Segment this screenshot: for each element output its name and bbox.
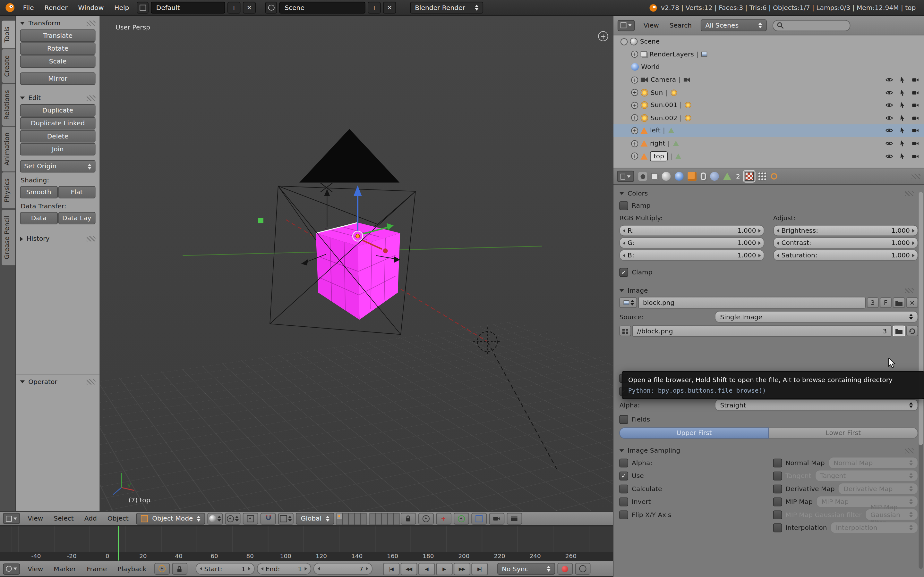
snap-element-dropdown[interactable] xyxy=(278,513,294,524)
panel-header-image[interactable]: Image xyxy=(619,283,918,296)
toolshelf-tab[interactable]: Animation xyxy=(2,127,15,171)
empty-object[interactable] xyxy=(473,327,501,356)
object-name[interactable]: Sun.001 xyxy=(651,101,677,109)
layer-toggle[interactable] xyxy=(336,513,342,519)
number-slider[interactable]: R: 1.000 xyxy=(619,225,764,236)
clamp-checkbox[interactable] xyxy=(619,268,628,277)
image-browse-dropdown[interactable] xyxy=(619,298,637,308)
source-dropdown[interactable]: Single Image xyxy=(715,311,918,323)
layer-toggle[interactable] xyxy=(360,519,366,525)
expand-icon[interactable] xyxy=(631,140,638,147)
alpha-mode-dropdown[interactable]: Straight xyxy=(715,399,918,411)
number-slider[interactable]: G: 1.000 xyxy=(619,237,764,248)
layer-toggle[interactable] xyxy=(381,513,388,519)
properties-editor-selector[interactable] xyxy=(617,171,634,182)
renderability-camera-icon[interactable] xyxy=(911,127,919,135)
panel-header-transform[interactable]: Transform xyxy=(16,16,100,29)
viewport-menu-item[interactable]: Object xyxy=(102,514,134,522)
panel-header-operator[interactable]: Operator xyxy=(16,374,100,387)
properties-tab[interactable] xyxy=(744,171,755,182)
keying-set-button[interactable] xyxy=(575,563,590,575)
pack-image-button[interactable] xyxy=(619,326,631,336)
timeline-editor-selector[interactable] xyxy=(3,563,20,574)
viewport-menu-item[interactable]: Select xyxy=(48,514,79,522)
delete-layout-button[interactable]: ✕ xyxy=(243,2,256,14)
lower-first-button[interactable]: Lower First xyxy=(769,427,918,438)
panel-header-history[interactable]: History xyxy=(16,231,100,244)
edit-tool-button[interactable]: Duplicate xyxy=(20,104,95,117)
checkbox[interactable] xyxy=(619,510,628,519)
layer-toggle[interactable] xyxy=(348,519,355,525)
transport-button[interactable]: ◀◀ xyxy=(401,562,417,575)
object-name[interactable]: Sun xyxy=(651,89,663,97)
reload-image-button[interactable] xyxy=(906,326,918,336)
transform-tool-button[interactable]: Scale xyxy=(20,55,95,68)
outliner-row[interactable]: top | xyxy=(614,150,924,163)
transport-button[interactable]: ◀ xyxy=(418,562,435,575)
checkbox[interactable] xyxy=(773,497,782,506)
sync-dropdown[interactable]: No Sync xyxy=(497,563,555,575)
preview-range-button[interactable] xyxy=(154,563,170,575)
object-name[interactable]: Camera xyxy=(651,76,676,84)
number-slider[interactable]: Saturation: 1.000 xyxy=(773,250,918,261)
manipulator-scale-button[interactable] xyxy=(471,513,487,524)
manipulator-translate-button[interactable]: ✚ xyxy=(436,513,451,524)
selectability-cursor-icon[interactable] xyxy=(899,114,906,122)
selectability-cursor-icon[interactable] xyxy=(899,127,906,135)
fake-user-button[interactable]: F xyxy=(880,298,892,308)
layer-toggle[interactable] xyxy=(360,513,366,519)
layer-toggle[interactable] xyxy=(387,513,393,519)
object-name[interactable]: right xyxy=(650,139,665,147)
layer-toggle[interactable] xyxy=(375,513,381,519)
lock-frame-button[interactable] xyxy=(172,563,187,575)
manipulator-plane-handle[interactable] xyxy=(258,218,263,223)
pivot-point-dropdown[interactable] xyxy=(225,513,241,524)
image-name-field[interactable]: block.png xyxy=(638,297,866,309)
layer-toggle[interactable] xyxy=(342,513,349,519)
opengl-render-anim-button[interactable] xyxy=(507,513,522,524)
blender-logo-icon[interactable] xyxy=(5,2,15,13)
outliner-search-input[interactable] xyxy=(772,20,850,31)
data-transfer-button[interactable]: Data xyxy=(20,212,57,224)
selectability-cursor-icon[interactable] xyxy=(899,76,906,84)
timeline-menu-item[interactable]: Playback xyxy=(112,565,152,572)
object-name[interactable]: Scene xyxy=(640,38,660,45)
edit-tool-button[interactable]: Join xyxy=(20,143,95,155)
properties-tab[interactable] xyxy=(756,171,768,182)
image-users-button[interactable]: 3 xyxy=(867,298,879,308)
ramp-checkbox[interactable] xyxy=(619,201,628,210)
visibility-eye-icon[interactable] xyxy=(885,101,893,109)
add-scene-button[interactable]: + xyxy=(368,2,381,14)
visibility-eye-icon[interactable] xyxy=(885,89,893,97)
object-name[interactable]: Sun.002 xyxy=(651,114,677,122)
selectability-cursor-icon[interactable] xyxy=(899,101,906,109)
panel-header-colors[interactable]: Colors xyxy=(619,186,918,199)
opengl-render-image-button[interactable] xyxy=(489,513,504,524)
checkbox[interactable] xyxy=(773,484,782,493)
transform-tool-button[interactable]: Translate xyxy=(20,29,95,42)
edit-tool-button[interactable]: Duplicate Linked xyxy=(20,117,95,130)
timeline-menu-item[interactable]: View xyxy=(23,565,48,572)
layer-toggle[interactable] xyxy=(354,519,360,525)
mirror-button[interactable]: Mirror xyxy=(20,73,95,85)
transform-tool-button[interactable]: Rotate xyxy=(20,42,95,55)
panel-grip-icon[interactable] xyxy=(87,236,95,242)
panel-header-image-sampling[interactable]: Image Sampling xyxy=(619,443,918,456)
outliner-row[interactable]: right | xyxy=(614,137,924,150)
properties-tab[interactable] xyxy=(722,171,732,181)
menubar-item[interactable]: Help xyxy=(109,4,134,11)
properties-tab[interactable] xyxy=(770,172,779,181)
properties-tab[interactable] xyxy=(699,171,707,181)
renderability-camera-icon[interactable] xyxy=(911,139,919,147)
expand-icon[interactable] xyxy=(631,153,638,160)
toolshelf-tab[interactable]: Physics xyxy=(2,173,15,208)
snap-toggle-button[interactable] xyxy=(261,513,276,524)
viewport-menu-item[interactable]: View xyxy=(23,514,48,522)
display-filter-dropdown[interactable]: All Scenes xyxy=(701,19,767,31)
outliner-row[interactable]: Scene xyxy=(614,35,924,48)
normal-space-dropdown[interactable]: Tangent xyxy=(815,470,918,482)
outliner-menu-item[interactable]: View xyxy=(638,21,664,29)
checkbox[interactable] xyxy=(773,510,782,519)
panel-header-edit[interactable]: Edit xyxy=(16,91,100,103)
checkbox[interactable] xyxy=(619,484,628,493)
